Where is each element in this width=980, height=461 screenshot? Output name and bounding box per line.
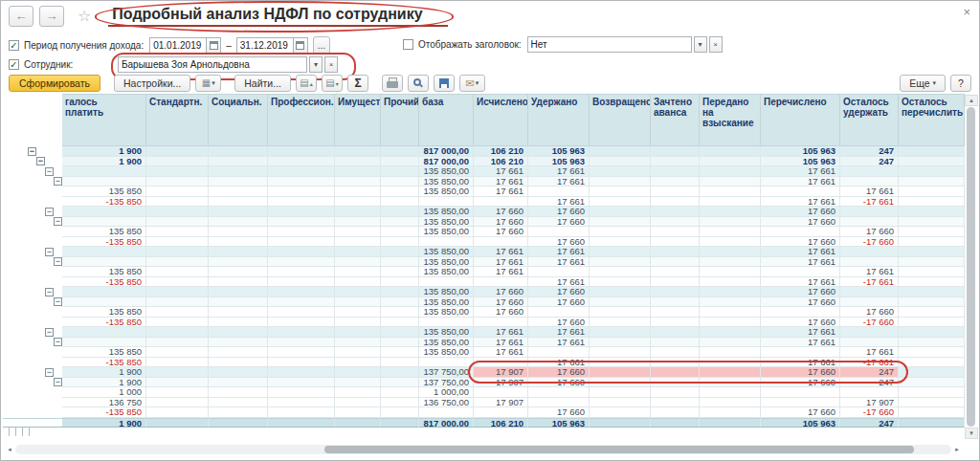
cell-perech[interactable] (761, 307, 840, 318)
cell-soc[interactable] (209, 327, 268, 338)
cell-prof[interactable] (268, 358, 335, 368)
cell-zach[interactable] (651, 407, 700, 418)
cell-uder[interactable]: 17 661 (528, 358, 590, 368)
cell-std[interactable] (146, 267, 209, 277)
generate-button[interactable]: Сформировать (9, 75, 100, 92)
cell-zach[interactable] (651, 318, 700, 328)
cell-ou[interactable] (840, 166, 899, 177)
cell-pro[interactable] (381, 217, 419, 228)
cell-vozv[interactable] (590, 307, 651, 318)
col-header-isch[interactable]: Исчислено (474, 94, 528, 146)
cell-perech[interactable]: 105 963 (761, 157, 840, 167)
collapse-group-icon[interactable]: − (45, 288, 54, 296)
cell-pro[interactable] (381, 418, 419, 428)
cell-uder[interactable]: 105 963 (528, 146, 590, 157)
cell-prof[interactable] (268, 398, 335, 408)
cell-op[interactable]: 1 900 (62, 157, 146, 167)
cell-pered[interactable] (700, 387, 761, 398)
table-row[interactable]: −1 900137 750,0017 90717 66017 660247 (3, 378, 965, 388)
cell-zach[interactable] (651, 367, 700, 378)
cell-std[interactable] (146, 338, 209, 348)
cell-prof[interactable] (268, 237, 335, 248)
cell-op2[interactable] (899, 267, 965, 277)
cell-pro[interactable] (381, 327, 419, 338)
cell-baza[interactable] (419, 277, 474, 288)
send-mail-button[interactable]: ✉▾ (459, 75, 485, 92)
cell-ou[interactable] (840, 338, 899, 348)
cell-zach[interactable] (651, 217, 700, 228)
cell-soc[interactable] (209, 387, 268, 398)
cell-perech[interactable]: 17 660 (761, 207, 840, 217)
cell-std[interactable] (146, 177, 209, 187)
cell-ou[interactable]: -17 660 (840, 318, 899, 328)
cell-baza[interactable]: 135 850,00 (419, 297, 474, 308)
cell-pro[interactable] (381, 267, 419, 277)
table-row[interactable]: -135 85017 66117 661-17 661 (3, 197, 965, 208)
cell-pered[interactable] (700, 237, 761, 248)
cell-prof[interactable] (268, 197, 335, 208)
cell-vozv[interactable] (590, 407, 651, 418)
cell-baza[interactable]: 135 850,00 (419, 267, 474, 277)
table-row[interactable]: -135 85017 66117 661-17 661 (3, 358, 965, 368)
cell-pro[interactable] (381, 347, 419, 358)
cell-baza[interactable]: 135 850,00 (419, 257, 474, 268)
cell-vozv[interactable] (590, 338, 651, 348)
cell-std[interactable] (146, 407, 209, 418)
cell-zach[interactable] (651, 398, 700, 408)
table-row[interactable]: −135 850,0017 66017 66017 660 (3, 207, 965, 217)
cell-pro[interactable] (381, 197, 419, 208)
cell-std[interactable] (146, 217, 209, 228)
cell-pro[interactable] (381, 287, 419, 297)
table-row[interactable]: −1 900817 000,00106 210105 963105 963247 (3, 157, 965, 167)
table-row[interactable]: −1 900817 000,00106 210105 963105 963247 (3, 146, 965, 157)
cell-std[interactable] (146, 166, 209, 177)
cell-std[interactable] (146, 146, 209, 157)
cell-ou[interactable]: -17 661 (840, 197, 899, 208)
cell-std[interactable] (146, 398, 209, 408)
cell-pro[interactable] (381, 177, 419, 187)
table-row[interactable]: -135 85017 66017 660-17 660 (3, 407, 965, 418)
cell-pro[interactable] (381, 247, 419, 257)
cell-op[interactable]: 135 850 (62, 187, 146, 197)
cell-soc[interactable] (209, 217, 268, 228)
cell-imu[interactable] (335, 287, 381, 297)
cell-baza[interactable]: 135 850,00 (419, 166, 474, 177)
cell-uder[interactable]: 17 660 (528, 237, 590, 248)
cell-baza[interactable]: 817 000,00 (419, 157, 474, 167)
cell-soc[interactable] (209, 177, 268, 187)
cell-uder[interactable] (528, 347, 590, 358)
cell-pered[interactable] (700, 338, 761, 348)
cell-pered[interactable] (700, 166, 761, 177)
cell-isch[interactable]: 17 661 (474, 347, 528, 358)
cell-pered[interactable] (700, 157, 761, 167)
table-row[interactable]: -135 85017 66117 661-17 661 (3, 277, 965, 288)
cell-op2[interactable] (899, 146, 965, 157)
cell-ou[interactable]: -17 660 (840, 237, 899, 248)
cell-uder[interactable] (528, 307, 590, 318)
cell-zach[interactable] (651, 187, 700, 197)
cell-ou[interactable] (840, 207, 899, 217)
cell-isch[interactable] (474, 358, 528, 368)
cell-isch[interactable]: 17 661 (474, 257, 528, 268)
cell-baza[interactable]: 135 850,00 (419, 217, 474, 228)
cell-ou[interactable]: 17 661 (840, 187, 899, 197)
cell-vozv[interactable] (590, 398, 651, 408)
cell-pro[interactable] (381, 307, 419, 318)
cell-soc[interactable] (209, 237, 268, 248)
cell-baza[interactable] (419, 237, 474, 248)
cell-soc[interactable] (209, 277, 268, 288)
cell-isch[interactable]: 17 907 (474, 367, 528, 378)
table-row[interactable]: −135 850,0017 66017 66017 660 (3, 297, 965, 308)
cell-op2[interactable] (899, 257, 965, 268)
cell-op[interactable] (62, 327, 146, 338)
table-row[interactable]: −135 850,0017 66117 66117 661 (3, 177, 965, 187)
cell-uder[interactable]: 17 661 (528, 247, 590, 257)
horizontal-scroll-track[interactable] (15, 445, 951, 454)
scroll-left-button[interactable]: ◂ (4, 445, 15, 455)
show-header-select[interactable] (527, 36, 692, 53)
cell-baza[interactable]: 135 850,00 (419, 187, 474, 197)
cell-perech[interactable] (761, 347, 840, 358)
col-header-std[interactable]: Стандартн. (146, 94, 209, 146)
cell-isch[interactable]: 17 660 (474, 307, 528, 318)
cell-op2[interactable] (899, 318, 965, 328)
